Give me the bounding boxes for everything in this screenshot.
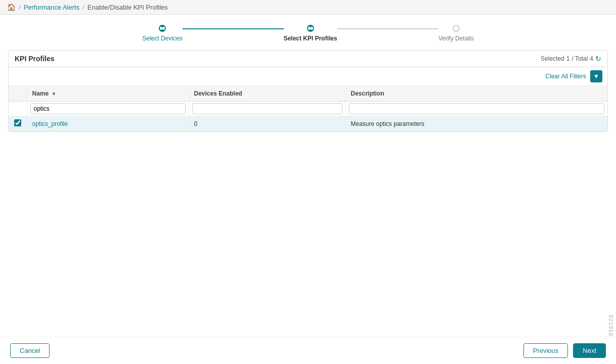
step-circle-2 (307, 25, 314, 32)
kpi-panel-info: Selected 1 / Total 4 ↻ (541, 55, 601, 63)
selected-count: 1 (566, 55, 570, 62)
name-filter-input[interactable] (30, 103, 186, 114)
row-name-value: optics_profile (32, 120, 68, 127)
step-label-1: Select Devices (142, 35, 182, 42)
filter-cell-devices (189, 102, 345, 116)
filter-bar: Clear All Filters ▼ (9, 67, 607, 86)
refresh-icon[interactable]: ↻ (595, 55, 601, 63)
breadcrumb-separator-1: / (19, 4, 21, 11)
home-icon: 🏠 (7, 3, 16, 11)
step-group-1: Select Devices Select KPI Profiles Verif… (142, 25, 473, 42)
watermark: 521916 (606, 313, 616, 339)
funnel-icon: ▼ (593, 73, 599, 80)
breadcrumb-performance-alerts-link[interactable]: Performance Alerts (24, 4, 80, 11)
filter-icon-button[interactable]: ▼ (590, 70, 602, 82)
step-select-kpi-profiles: Select KPI Profiles (284, 25, 337, 42)
row-name-cell: optics_profile (27, 116, 189, 131)
row-devices-cell: 0 (189, 116, 345, 131)
row-description-value: Measure optics parameters (351, 120, 424, 127)
filter-cell-description (345, 102, 607, 116)
description-filter-input[interactable] (349, 103, 605, 114)
table-filter-row (9, 102, 607, 116)
step-label-2: Select KPI Profiles (284, 35, 337, 42)
step-line-2 (337, 28, 438, 29)
filter-cell-name (27, 102, 189, 116)
sort-indicator-name: ▼ (52, 91, 57, 97)
next-button[interactable]: Next (573, 343, 606, 358)
kpi-panel-header: KPI Profiles Selected 1 / Total 4 ↻ (9, 51, 607, 67)
step-verify-details: Verify Details (438, 25, 474, 42)
col-header-description: Description (345, 86, 607, 102)
breadcrumb: 🏠 / Performance Alerts / Enable/Disable … (0, 0, 616, 15)
step-select-devices: Select Devices (142, 25, 182, 42)
filter-cell-checkbox (9, 102, 27, 116)
cancel-button[interactable]: Cancel (10, 343, 50, 358)
step-line-1 (183, 28, 284, 29)
previous-button[interactable]: Previous (523, 343, 568, 358)
total-count: 4 (590, 55, 593, 62)
breadcrumb-separator-2: / (82, 4, 84, 11)
row-checkbox-cell (9, 116, 27, 131)
kpi-profiles-table: Name ▼ Devices Enabled Description (9, 86, 607, 131)
table-header-row: Name ▼ Devices Enabled Description (9, 86, 607, 102)
selected-label: Selected (541, 55, 564, 62)
footer-right-buttons: Previous Next (523, 343, 606, 358)
step-label-3: Verify Details (438, 35, 474, 42)
breadcrumb-current-page: Enable/Disable KPI Profiles (87, 4, 168, 11)
col-header-name: Name ▼ (27, 86, 189, 102)
step-circle-3 (453, 25, 460, 32)
stepper: Select Devices Select KPI Profiles Verif… (0, 15, 616, 50)
kpi-panel: KPI Profiles Selected 1 / Total 4 ↻ Clea… (8, 50, 608, 132)
clear-all-filters-link[interactable]: Clear All Filters (545, 73, 586, 80)
col-header-devices: Devices Enabled (189, 86, 345, 102)
row-checkbox[interactable] (14, 119, 21, 126)
kpi-panel-title: KPI Profiles (15, 55, 55, 63)
step-circle-1 (159, 25, 166, 32)
main-content: KPI Profiles Selected 1 / Total 4 ↻ Clea… (8, 50, 608, 132)
total-separator: / Total (572, 55, 588, 62)
table-row: optics_profile 0 Measure optics paramete… (9, 116, 607, 131)
col-header-checkbox (9, 86, 27, 102)
row-description-cell: Measure optics parameters (345, 116, 607, 131)
footer: Cancel Previous Next (0, 337, 616, 364)
row-devices-value: 0 (194, 120, 198, 127)
devices-filter-input[interactable] (192, 103, 342, 114)
